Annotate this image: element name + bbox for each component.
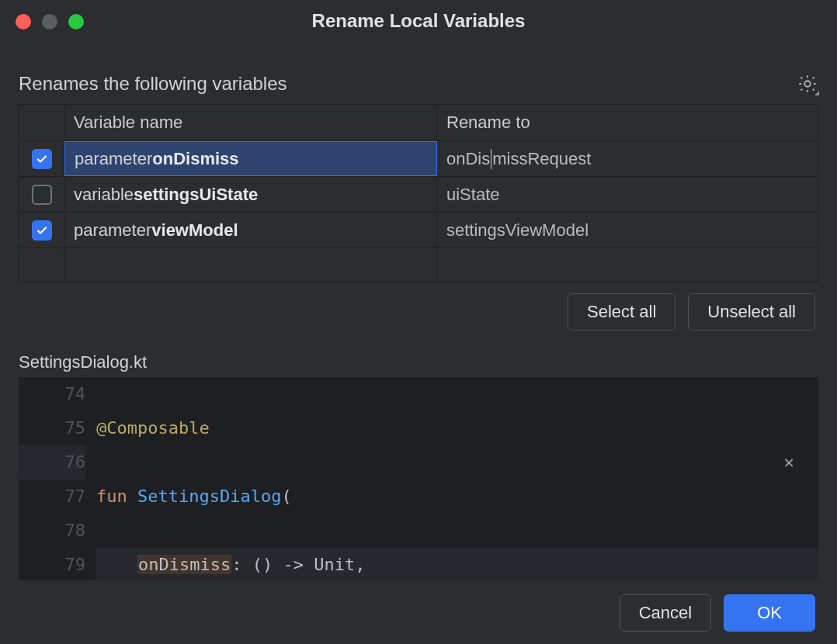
table-header-row: Variable name Rename to [19, 105, 818, 140]
row-checkbox[interactable] [32, 185, 52, 205]
cancel-button[interactable]: Cancel [620, 594, 711, 632]
close-window-button[interactable] [16, 14, 31, 29]
row-identifier: settingsUiState [134, 185, 258, 205]
table-row[interactable]: parameter onDismiss onDismissRequest [19, 140, 818, 176]
header-checkbox-col [19, 105, 64, 140]
close-icon[interactable]: ✕ [778, 452, 800, 473]
code-preview: 74 75 76 77 78 79 @Composable fun Settin… [19, 377, 818, 580]
table-row[interactable]: variable settingsUiState uiState [19, 176, 818, 212]
dialog-subtitle: Renames the following variables [19, 73, 287, 95]
rename-to-input[interactable]: onDismissRequest [437, 141, 818, 176]
titlebar: Rename Local Variables [0, 0, 837, 42]
rename-to-cell[interactable]: settingsViewModel [437, 213, 818, 248]
row-identifier: viewModel [151, 220, 238, 241]
row-checkbox[interactable] [32, 149, 52, 169]
row-kind: parameter [75, 149, 152, 169]
svg-point-0 [804, 81, 810, 86]
window-title: Rename Local Variables [312, 10, 526, 32]
variables-table: Variable name Rename to parameter onDism… [19, 104, 818, 282]
select-all-button[interactable]: Select all [568, 293, 676, 331]
gear-icon[interactable] [797, 73, 818, 95]
table-row[interactable]: parameter viewModel settingsViewModel [19, 212, 818, 248]
unselect-all-button[interactable]: Unselect all [688, 293, 815, 331]
minimize-window-button[interactable] [42, 14, 57, 29]
header-variable-name: Variable name [64, 105, 437, 140]
row-kind: parameter [74, 220, 151, 241]
table-spacer [19, 248, 818, 282]
zoom-window-button[interactable] [68, 14, 84, 29]
row-identifier: onDismiss [152, 149, 238, 169]
line-gutter: 74 75 76 77 78 79 [19, 377, 96, 580]
ok-button[interactable]: OK [724, 594, 815, 632]
header-rename-to: Rename to [437, 105, 818, 140]
window-controls [16, 14, 84, 29]
code-body[interactable]: @Composable fun SettingsDialog( onDismis… [96, 377, 818, 580]
rename-to-cell[interactable]: uiState [437, 177, 818, 212]
row-checkbox[interactable] [32, 220, 52, 241]
text-caret [491, 149, 491, 169]
preview-filename: SettingsDialog.kt [19, 352, 818, 372]
row-kind: variable [74, 185, 134, 205]
highlighted-identifier: onDismiss [137, 555, 231, 574]
